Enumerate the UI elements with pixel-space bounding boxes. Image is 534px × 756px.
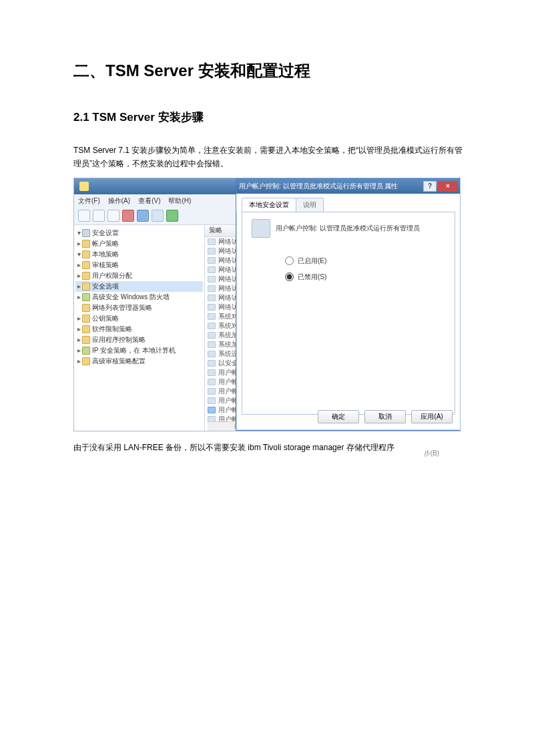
radio-enabled-input[interactable] — [285, 256, 294, 265]
tab-description[interactable]: 说明 — [296, 198, 324, 212]
tree-node-audit[interactable]: ▸审核策略 — [75, 260, 203, 270]
radio-enabled[interactable]: 已启用(E) — [285, 256, 445, 266]
dialog-panel: 用户帐户控制: 以管理员批准模式运行所有管理员 已启用(E) 已禁用(S) — [242, 212, 455, 415]
policy-item-icon — [208, 248, 216, 254]
folder-icon — [82, 250, 90, 258]
shield-icon — [82, 293, 90, 301]
policy-description: 用户帐户控制: 以管理员批准模式运行所有管理员 — [276, 224, 420, 233]
folder-icon — [82, 357, 90, 365]
policy-item-icon — [208, 360, 216, 367]
dialog-title: 用户帐户控制: 以管理员批准模式运行所有管理员 属性 — [239, 182, 423, 191]
app-icon — [79, 182, 89, 191]
dialog-buttons: 确定 取消 应用(A) — [318, 410, 453, 423]
menu-view[interactable]: 查看(V) — [138, 196, 160, 206]
toolbar-up-icon[interactable] — [107, 210, 119, 222]
radio-disabled-input[interactable] — [285, 272, 294, 281]
titlebar-close-button[interactable]: × — [438, 181, 458, 192]
policy-item-icon — [208, 341, 216, 348]
toolbar-prop-icon[interactable] — [137, 210, 149, 222]
folder-icon — [82, 304, 90, 312]
toolbar-help-icon[interactable] — [152, 210, 164, 222]
tree-node-appctrl[interactable]: ▸应用程序控制策略 — [75, 335, 203, 345]
titlebar-help-button[interactable]: ? — [423, 181, 437, 192]
property-dialog: 用户帐户控制: 以管理员批准模式运行所有管理员 属性 ? × 本地安全设置 说明… — [236, 178, 461, 431]
policy-item-icon — [208, 313, 216, 320]
cropped-button-label: 步(B) — [424, 449, 439, 458]
tree-node-ipsec[interactable]: ▸IP 安全策略，在 本地计算机 — [75, 345, 203, 356]
policy-item-icon — [208, 397, 216, 404]
body-paragraph-2: 由于没有采用 LAN-FREE 备份，所以不需要安装 ibm Tivoli st… — [73, 441, 467, 454]
tree-node-network[interactable]: 网络列表管理器策略 — [75, 303, 203, 313]
policy-item-icon — [208, 323, 216, 329]
document-page: 二、TSM Server 安装和配置过程 2.1 TSM Server 安装步骤… — [0, 0, 534, 454]
apply-button[interactable]: 应用(A) — [411, 410, 453, 423]
menu-action[interactable]: 操作(A) — [108, 196, 130, 206]
tree-root[interactable]: ▾安全设置 — [75, 228, 203, 238]
folder-icon — [82, 325, 90, 333]
policy-item-icon — [208, 285, 216, 292]
cancel-button[interactable]: 取消 — [364, 410, 406, 423]
heading-1: 二、TSM Server 安装和配置过程 — [73, 60, 467, 81]
ok-button[interactable]: 确定 — [318, 410, 359, 423]
policy-item-icon — [208, 407, 216, 413]
screenshot-container: 文件(F) 操作(A) 查看(V) 帮助(H) ▾安全设置 ▸帐户策略 ▾本地策… — [73, 178, 461, 431]
folder-icon — [82, 240, 90, 248]
security-root-icon — [82, 229, 90, 237]
folder-icon — [82, 282, 90, 291]
tree-node-securityoptions[interactable]: ▸安全选项 — [75, 281, 203, 292]
dialog-tabs: 本地安全设置 说明 — [236, 194, 461, 212]
policy-item-icon — [208, 266, 216, 273]
policy-item-icon — [208, 295, 216, 301]
radio-disabled[interactable]: 已禁用(S) — [285, 272, 445, 282]
dialog-titlebar[interactable]: 用户帐户控制: 以管理员批准模式运行所有管理员 属性 ? × — [236, 179, 461, 194]
tree-node-software[interactable]: ▸软件限制策略 — [75, 324, 203, 335]
policy-item-icon — [208, 238, 216, 245]
policy-item-icon — [208, 369, 216, 376]
heading-2: 2.1 TSM Server 安装步骤 — [73, 110, 467, 125]
toolbar-back-icon[interactable] — [78, 210, 90, 222]
policy-item-icon — [208, 276, 216, 282]
folder-icon — [82, 336, 90, 344]
menu-file[interactable]: 文件(F) — [78, 196, 100, 206]
folder-icon — [82, 315, 90, 323]
tree-node-firewall[interactable]: ▸高级安全 Windows 防火墙 — [75, 292, 203, 303]
tree-node-advaudit[interactable]: ▸高级审核策略配置 — [75, 356, 203, 367]
shield-icon — [82, 347, 90, 355]
tree-node-account[interactable]: ▸帐户策略 — [75, 238, 203, 249]
toolbar-refresh-icon[interactable] — [166, 210, 178, 222]
tab-local-security[interactable]: 本地安全设置 — [242, 198, 296, 212]
folder-icon — [82, 272, 90, 280]
policy-item-icon — [208, 332, 216, 339]
radio-group: 已启用(E) 已禁用(S) — [285, 256, 445, 282]
toolbar-forward-icon[interactable] — [93, 210, 105, 222]
folder-icon — [82, 261, 90, 269]
policy-item-icon — [208, 379, 216, 385]
policy-icon — [252, 219, 270, 238]
policy-item-icon — [208, 388, 216, 395]
policy-item-icon — [208, 304, 216, 311]
tree-node-userrights[interactable]: ▸用户权限分配 — [75, 270, 203, 281]
tree-node-pubkey[interactable]: ▸公钥策略 — [75, 313, 203, 324]
tree-view[interactable]: ▾安全设置 ▸帐户策略 ▾本地策略 ▸审核策略 ▸用户权限分配 ▸安全选项 ▸高… — [74, 225, 205, 431]
tree-node-local[interactable]: ▾本地策略 — [75, 249, 203, 260]
policy-item-icon — [208, 257, 216, 264]
body-paragraph-1: TSM Server 7.1 安装步骤较为简单，注意在安装前，需要进入本地安全策… — [73, 144, 467, 171]
menu-help[interactable]: 帮助(H) — [168, 196, 191, 206]
policy-item-icon — [208, 351, 216, 357]
toolbar-delete-icon[interactable] — [122, 210, 134, 222]
